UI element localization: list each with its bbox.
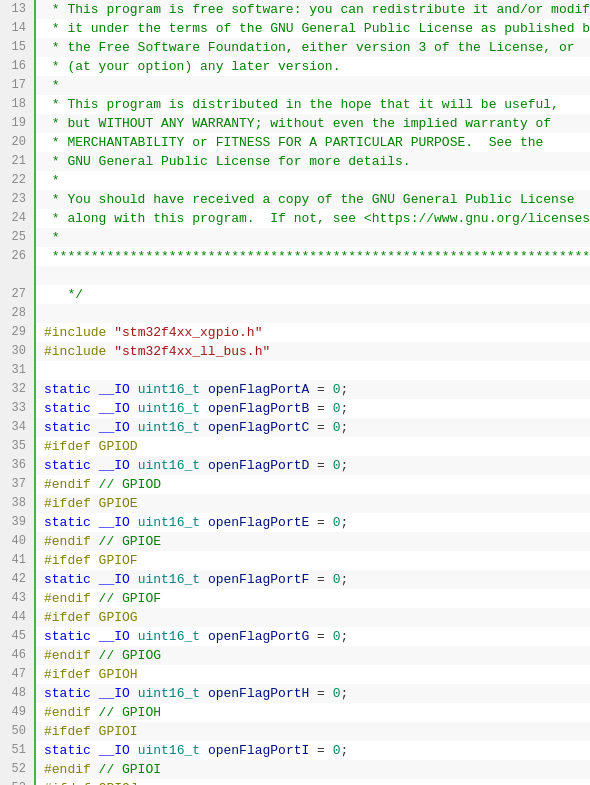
line-number: 43 — [0, 589, 36, 608]
line-content: * This program is distributed in the hop… — [36, 95, 563, 114]
code-line: 14 * it under the terms of the GNU Gener… — [0, 19, 590, 38]
line-content — [36, 304, 56, 323]
code-line: 40#endif // GPIOE — [0, 532, 590, 551]
code-line: 23 * You should have received a copy of … — [0, 190, 590, 209]
line-content: * but WITHOUT ANY WARRANTY; without even… — [36, 114, 555, 133]
line-content: #ifdef GPIOI — [36, 722, 142, 741]
code-line: 43#endif // GPIOF — [0, 589, 590, 608]
line-number: 21 — [0, 152, 36, 171]
code-line: 17 * — [0, 76, 590, 95]
line-number: 44 — [0, 608, 36, 627]
line-number: 32 — [0, 380, 36, 399]
line-content: #endif // GPIOF — [36, 589, 165, 608]
code-line: 16 * (at your option) any later version. — [0, 57, 590, 76]
line-number: 29 — [0, 323, 36, 342]
line-number: 30 — [0, 342, 36, 361]
code-line: 42static __IO uint16_t openFlagPortF = 0… — [0, 570, 590, 589]
line-number: 22 — [0, 171, 36, 190]
line-content: static __IO uint16_t openFlagPortD = 0; — [36, 456, 352, 475]
line-number: 17 — [0, 76, 36, 95]
line-number: 46 — [0, 646, 36, 665]
code-line: 45static __IO uint16_t openFlagPortG = 0… — [0, 627, 590, 646]
line-content: static __IO uint16_t openFlagPortH = 0; — [36, 684, 352, 703]
code-line — [0, 266, 590, 285]
line-number: 38 — [0, 494, 36, 513]
code-line: 30#include "stm32f4xx_ll_bus.h" — [0, 342, 590, 361]
line-number: 48 — [0, 684, 36, 703]
line-content: ****************************************… — [36, 247, 590, 266]
line-content: #ifdef GPIOE — [36, 494, 142, 513]
line-number — [0, 266, 36, 285]
code-line: 27 */ — [0, 285, 590, 304]
code-line: 52#endif // GPIOI — [0, 760, 590, 779]
line-number: 23 — [0, 190, 36, 209]
line-content — [36, 266, 56, 285]
line-content: * along with this program. If not, see <… — [36, 209, 590, 228]
line-number: 50 — [0, 722, 36, 741]
line-content: static __IO uint16_t openFlagPortE = 0; — [36, 513, 352, 532]
code-line: 46#endif // GPIOG — [0, 646, 590, 665]
code-line: 41#ifdef GPIOF — [0, 551, 590, 570]
line-number: 34 — [0, 418, 36, 437]
line-content: * GNU General Public License for more de… — [36, 152, 415, 171]
line-content: #endif // GPIOE — [36, 532, 165, 551]
line-number: 51 — [0, 741, 36, 760]
line-number: 16 — [0, 57, 36, 76]
code-line: 20 * MERCHANTABILITY or FITNESS FOR A PA… — [0, 133, 590, 152]
code-line: 32static __IO uint16_t openFlagPortA = 0… — [0, 380, 590, 399]
code-line: 53#ifdef GPIOJ — [0, 779, 590, 785]
line-content: #ifdef GPIOD — [36, 437, 142, 456]
line-content: #include "stm32f4xx_xgpio.h" — [36, 323, 266, 342]
code-line: 35#ifdef GPIOD — [0, 437, 590, 456]
code-line: 24 * along with this program. If not, se… — [0, 209, 590, 228]
line-number: 13 — [0, 0, 36, 19]
line-content: * — [36, 228, 64, 247]
line-number: 26 — [0, 247, 36, 266]
code-line: 22 * — [0, 171, 590, 190]
code-line: 37#endif // GPIOD — [0, 475, 590, 494]
line-content: #ifdef GPIOG — [36, 608, 142, 627]
line-content: static __IO uint16_t openFlagPortA = 0; — [36, 380, 352, 399]
line-content: * You should have received a copy of the… — [36, 190, 579, 209]
line-content: static __IO uint16_t openFlagPortC = 0; — [36, 418, 352, 437]
line-content: #endif // GPIOD — [36, 475, 165, 494]
line-content: * the Free Software Foundation, either v… — [36, 38, 579, 57]
line-content: static __IO uint16_t openFlagPortI = 0; — [36, 741, 352, 760]
line-number: 42 — [0, 570, 36, 589]
line-number: 36 — [0, 456, 36, 475]
line-number: 18 — [0, 95, 36, 114]
code-line: 44#ifdef GPIOG — [0, 608, 590, 627]
line-number: 41 — [0, 551, 36, 570]
code-line: 26 *************************************… — [0, 247, 590, 266]
line-content: #ifdef GPIOH — [36, 665, 142, 684]
line-content: static __IO uint16_t openFlagPortF = 0; — [36, 570, 352, 589]
line-number: 49 — [0, 703, 36, 722]
code-line: 48static __IO uint16_t openFlagPortH = 0… — [0, 684, 590, 703]
code-line: 51static __IO uint16_t openFlagPortI = 0… — [0, 741, 590, 760]
line-number: 45 — [0, 627, 36, 646]
line-number: 15 — [0, 38, 36, 57]
code-line: 49#endif // GPIOH — [0, 703, 590, 722]
line-content: #endif // GPIOG — [36, 646, 165, 665]
code-line: 31 — [0, 361, 590, 380]
code-line: 13 * This program is free software: you … — [0, 0, 590, 19]
code-line: 28 — [0, 304, 590, 323]
line-content: * it under the terms of the GNU General … — [36, 19, 590, 38]
line-content: #endif // GPIOH — [36, 703, 165, 722]
line-content: * (at your option) any later version. — [36, 57, 344, 76]
line-content: #ifdef GPIOF — [36, 551, 142, 570]
line-number: 25 — [0, 228, 36, 247]
code-line: 15 * the Free Software Foundation, eithe… — [0, 38, 590, 57]
line-number: 53 — [0, 779, 36, 785]
line-content: static __IO uint16_t openFlagPortB = 0; — [36, 399, 352, 418]
code-line: 38#ifdef GPIOE — [0, 494, 590, 513]
line-content: static __IO uint16_t openFlagPortG = 0; — [36, 627, 352, 646]
line-number: 37 — [0, 475, 36, 494]
code-line: 50#ifdef GPIOI — [0, 722, 590, 741]
line-number: 28 — [0, 304, 36, 323]
code-line: 19 * but WITHOUT ANY WARRANTY; without e… — [0, 114, 590, 133]
code-line: 25 * — [0, 228, 590, 247]
code-line: 33static __IO uint16_t openFlagPortB = 0… — [0, 399, 590, 418]
code-line: 47#ifdef GPIOH — [0, 665, 590, 684]
line-number: 33 — [0, 399, 36, 418]
